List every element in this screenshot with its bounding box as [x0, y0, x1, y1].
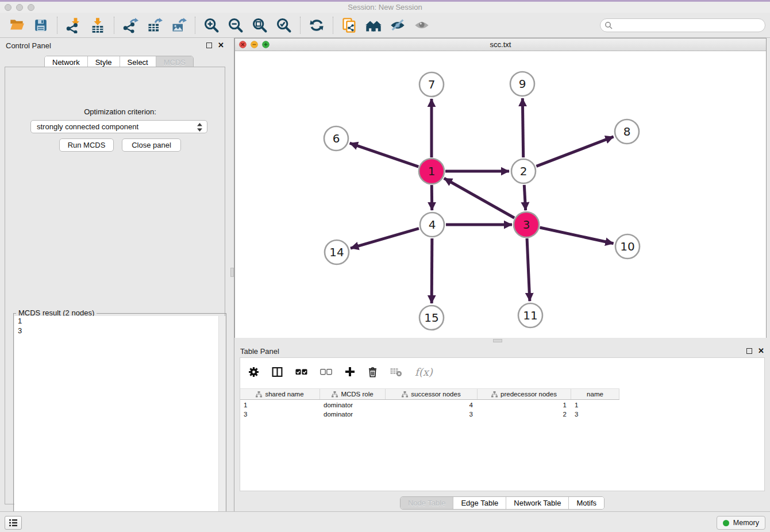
control-panel: Control Panel ✕ NetworkStyleSelectMCDS O… [0, 38, 230, 511]
float-panel-icon[interactable] [746, 348, 752, 354]
refresh-view-button[interactable] [307, 16, 326, 34]
edge-3-11[interactable] [527, 238, 530, 301]
edge-4-15[interactable] [432, 238, 432, 303]
tab-edge-table[interactable]: Edge Table [453, 497, 506, 509]
close-panel-icon[interactable]: ✕ [758, 348, 764, 354]
graph-node-9[interactable]: 9 [510, 72, 534, 96]
close-panel-icon[interactable]: ✕ [218, 43, 224, 48]
task-history-button[interactable] [5, 516, 22, 530]
toolbar-separator [300, 17, 301, 34]
deselect-all-columns-button[interactable] [320, 368, 332, 376]
node-label: 10 [620, 240, 634, 253]
os-titlebar: Session: New Session [0, 2, 770, 13]
edge-3-10[interactable] [540, 228, 613, 244]
tab-node-table[interactable]: Node Table [401, 497, 453, 509]
graph-node-6[interactable]: 6 [324, 126, 348, 151]
edge-3-1[interactable] [444, 178, 514, 218]
memory-button[interactable]: Memory [717, 516, 765, 530]
column-type-icon [332, 391, 338, 398]
graph-node-11[interactable]: 11 [518, 303, 542, 327]
mcds-result-line: 3 [14, 326, 225, 336]
export-image-button[interactable] [170, 16, 188, 34]
float-panel-icon[interactable] [206, 43, 212, 48]
zoom-selected-button[interactable] [275, 16, 293, 34]
column-header-shared-name[interactable]: shared name [240, 389, 320, 399]
mcds-result-lines: 13 [14, 316, 225, 336]
edge-4-14[interactable] [351, 229, 419, 248]
network-graph[interactable]: 7968124314101511 [235, 51, 766, 338]
table-row[interactable]: 1dominator411 [240, 400, 619, 410]
table-settings-button[interactable] [248, 367, 259, 377]
column-header-label: predecessor nodes [500, 391, 557, 398]
graph-node-3[interactable]: 3 [514, 212, 539, 237]
run-mcds-button[interactable]: Run MCDS [59, 138, 114, 152]
function-builder-button[interactable]: f(x) [415, 366, 433, 378]
mcds-result-textarea[interactable]: 13 [14, 316, 225, 531]
select-stepper-icon [197, 123, 202, 132]
save-session-button[interactable] [32, 16, 50, 34]
graph-node-15[interactable]: 15 [419, 306, 444, 330]
graph-node-4[interactable]: 4 [420, 213, 444, 237]
delete-table-button[interactable] [390, 367, 402, 377]
vertical-splitter[interactable] [230, 38, 234, 511]
node-label: 15 [424, 311, 438, 325]
network-canvas[interactable]: 7968124314101511 [235, 51, 766, 338]
node-label: 14 [329, 245, 344, 259]
toolbar-separator [195, 17, 195, 34]
network-window: scc.txt 7968124314101511 [234, 38, 767, 338]
zoom-out-button[interactable] [226, 16, 245, 34]
table-cell: 3 [571, 410, 619, 419]
horizontal-splitter-handle[interactable] [493, 339, 502, 342]
zoom-in-button[interactable] [202, 16, 221, 34]
home-view-button[interactable] [364, 16, 383, 34]
zoom-selected-icon [276, 17, 292, 33]
export-network-button[interactable] [121, 16, 140, 34]
open-session-button[interactable] [7, 16, 26, 34]
horizontal-splitter[interactable] [234, 338, 770, 344]
search-input[interactable] [600, 18, 765, 32]
edge-2-3[interactable] [524, 185, 525, 210]
vertical-splitter-handle[interactable] [230, 268, 234, 277]
tab-motifs[interactable]: Motifs [568, 497, 604, 509]
delete-row-button[interactable] [368, 367, 378, 377]
column-header-predecessor-nodes[interactable]: predecessor nodes [478, 389, 571, 399]
column-header-label: successor nodes [411, 391, 460, 398]
close-panel-button[interactable]: Close panel [122, 138, 181, 152]
table-header-row: shared nameMCDS rolesuccessor nodesprede… [240, 388, 619, 400]
optimization-select[interactable]: strongly connected component [30, 120, 207, 133]
column-header-name[interactable]: name [571, 389, 619, 399]
select-all-columns-button[interactable] [295, 368, 307, 376]
toolbar-separator [333, 17, 333, 34]
import-network-button[interactable] [64, 16, 83, 34]
tab-network-table[interactable]: Network Table [506, 497, 568, 509]
table-cell: 1 [571, 400, 619, 410]
import-table-button[interactable] [88, 16, 107, 34]
show-all-button[interactable] [413, 16, 431, 34]
delete-table-icon [390, 367, 402, 377]
add-row-button[interactable] [345, 367, 355, 377]
split-panel-button[interactable] [272, 367, 283, 377]
eye-slash-icon [390, 17, 406, 33]
graph-node-10[interactable]: 10 [615, 234, 640, 259]
first-neighbors-button[interactable] [340, 16, 359, 34]
network-window-titlebar[interactable]: scc.txt [235, 38, 766, 51]
hide-selected-button[interactable] [388, 16, 407, 34]
edge-1-6[interactable] [350, 143, 419, 167]
edge-2-9[interactable] [522, 98, 523, 157]
zoom-fit-button[interactable] [251, 16, 269, 34]
edge-2-8[interactable] [536, 137, 613, 166]
export-table-button[interactable] [145, 16, 164, 34]
graph-node-1[interactable]: 1 [419, 159, 444, 184]
mcds-result-scrollbar[interactable] [218, 316, 225, 531]
import-table-icon [90, 17, 106, 33]
zoom-fit-icon [252, 17, 268, 33]
column-header-MCDS-role[interactable]: MCDS role [320, 389, 386, 399]
table-row[interactable]: 3dominator323 [240, 410, 619, 419]
memory-status-dot [723, 520, 729, 526]
column-header-successor-nodes[interactable]: successor nodes [386, 389, 478, 399]
node-label: 3 [523, 218, 530, 232]
graph-node-8[interactable]: 8 [615, 119, 639, 144]
graph-node-7[interactable]: 7 [419, 72, 444, 97]
graph-node-2[interactable]: 2 [511, 159, 536, 183]
graph-node-14[interactable]: 14 [325, 240, 349, 264]
